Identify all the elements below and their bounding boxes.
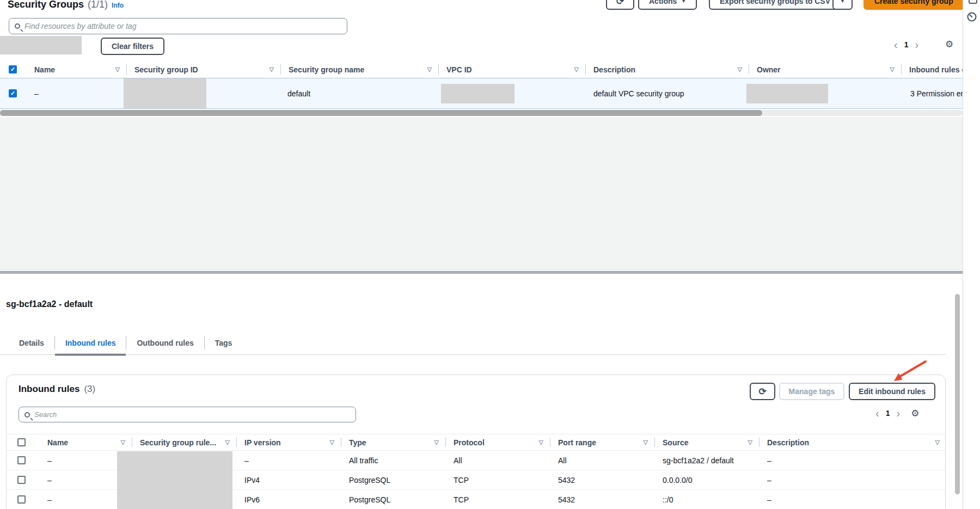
- right-side-toolbar: [963, 0, 980, 509]
- cell-type: PostgreSQL: [341, 490, 445, 509]
- column-header-protocol: Protocol ▽: [445, 434, 550, 450]
- caret-down-icon: ▼: [681, 0, 686, 4]
- page-number[interactable]: 1: [904, 40, 909, 49]
- export-csv-button[interactable]: Export security groups to CSV: [709, 0, 841, 10]
- actions-dropdown-button[interactable]: Actions ▼: [638, 0, 697, 10]
- search-icon: [24, 412, 30, 418]
- refresh-icon: ⟳: [758, 387, 766, 396]
- security-groups-table-header: Name ▽ Security group ID ▽ Security grou…: [0, 61, 963, 78]
- column-header-owner: Owner ▽: [749, 61, 901, 78]
- next-page-button[interactable]: ›: [915, 39, 918, 50]
- inbound-rules-title: Inbound rules: [19, 384, 79, 395]
- sort-icon[interactable]: ▽: [427, 66, 432, 73]
- select-all-checkbox[interactable]: [9, 65, 17, 73]
- page-header: Security Groups (1/1) Info: [8, 0, 124, 10]
- manage-tags-button[interactable]: Manage tags: [779, 383, 844, 400]
- sort-icon[interactable]: ▽: [270, 66, 274, 73]
- status-circle-icon[interactable]: [966, 11, 977, 22]
- row-checkbox[interactable]: [17, 476, 26, 484]
- cell-port-range: 5432: [550, 490, 654, 509]
- redacted-filter-token: [0, 36, 82, 54]
- inbound-rules-table-header: Name ▽ Security group rule... ▽ IP versi…: [7, 434, 946, 451]
- sort-icon[interactable]: ▽: [935, 439, 940, 446]
- column-header-security-group-id: Security group ID ▽: [126, 61, 280, 78]
- cell-source: 0.0.0.0/0: [654, 470, 759, 489]
- tab-tags[interactable]: Tags: [205, 330, 243, 355]
- column-header-source: Source ▽: [654, 434, 759, 450]
- tab-inbound-rules[interactable]: Inbound rules: [55, 330, 126, 355]
- create-security-group-button[interactable]: Create security group: [863, 0, 963, 10]
- sort-icon[interactable]: ▽: [644, 439, 648, 446]
- page-number[interactable]: 1: [886, 409, 890, 418]
- column-header-description: Description ▽: [585, 61, 749, 78]
- column-header-name: Name ▽: [26, 61, 126, 78]
- sort-icon[interactable]: ▽: [121, 439, 125, 446]
- info-link[interactable]: Info: [112, 2, 124, 9]
- sort-icon[interactable]: ▽: [738, 66, 742, 73]
- refresh-button[interactable]: ⟳: [606, 0, 634, 10]
- cell-owner: [749, 78, 901, 108]
- sort-icon[interactable]: ▽: [434, 439, 439, 446]
- cell-port-range: 5432: [550, 470, 654, 489]
- row-checkbox[interactable]: [9, 89, 17, 97]
- clear-filters-button[interactable]: Clear filters: [101, 38, 164, 55]
- cell-ip-version: IPv4: [236, 470, 341, 489]
- inbound-refresh-button[interactable]: ⟳: [750, 383, 775, 400]
- column-header-description: Description ▽: [759, 434, 946, 450]
- security-group-row[interactable]: – default default VPC security group 3 P…: [0, 78, 963, 109]
- inbound-pagination: ‹ 1 › ⚙: [875, 408, 919, 419]
- cell-ip-version: –: [236, 451, 341, 470]
- redacted-owner: [746, 84, 828, 103]
- tab-details[interactable]: Details: [9, 330, 54, 355]
- aws-ec2-security-groups-page: Security Groups (1/1) Info Clear filters…: [0, 0, 980, 509]
- sort-icon[interactable]: ▽: [748, 439, 752, 446]
- column-header-type: Type ▽: [341, 434, 445, 450]
- export-csv-caret-button[interactable]: ▼: [832, 0, 853, 10]
- tabs-bottom-border: [0, 354, 946, 355]
- cell-source: ::/0: [654, 490, 759, 509]
- sort-icon[interactable]: ▽: [225, 439, 230, 446]
- cell-description: –: [759, 490, 946, 509]
- resource-filter-box: [9, 18, 347, 34]
- redacted-vpc-id: [441, 84, 514, 103]
- horizontal-scrollbar-thumb[interactable]: [0, 110, 762, 116]
- cell-security-group-id: [126, 78, 280, 108]
- cell-type: PostgreSQL: [341, 470, 445, 489]
- sort-icon[interactable]: ▽: [574, 66, 579, 73]
- cell-type: All traffic: [341, 451, 445, 470]
- cell-protocol: TCP: [445, 470, 550, 489]
- column-header-security-group-rule: Security group rule... ▽: [132, 434, 236, 450]
- next-page-button[interactable]: ›: [896, 408, 900, 419]
- caret-down-icon: ▼: [840, 0, 845, 4]
- row-checkbox[interactable]: [17, 456, 26, 464]
- inbound-rules-count: (3): [84, 384, 95, 395]
- tab-outbound-rules[interactable]: Outbound rules: [126, 330, 204, 355]
- row-checkbox[interactable]: [17, 495, 26, 504]
- inbound-search-input[interactable]: [34, 410, 350, 419]
- inbound-preferences-gear-icon[interactable]: ⚙: [911, 409, 919, 418]
- column-header-security-group-name: Security group name ▽: [280, 61, 438, 78]
- sort-icon[interactable]: ▽: [115, 66, 120, 73]
- cell-ip-version: IPv6: [236, 490, 341, 509]
- column-header-inbound-rules: Inbound rules c: [901, 61, 963, 78]
- sort-icon[interactable]: ▽: [330, 439, 334, 446]
- refresh-icon: ⟳: [616, 0, 624, 6]
- search-icon: [15, 23, 20, 29]
- redacted-security-group-id: [124, 78, 206, 108]
- sort-icon[interactable]: ▽: [539, 439, 543, 446]
- cell-protocol: TCP: [445, 490, 550, 509]
- select-all-checkbox[interactable]: [17, 438, 26, 446]
- sort-icon[interactable]: ▽: [890, 66, 895, 73]
- edit-inbound-rules-button[interactable]: Edit inbound rules: [849, 383, 935, 400]
- page-title: Security Groups: [8, 0, 84, 10]
- previous-page-button[interactable]: ‹: [875, 408, 879, 419]
- side-panel-icon[interactable]: [969, 0, 977, 4]
- vertical-scrollbar-thumb[interactable]: [955, 294, 960, 494]
- previous-page-button[interactable]: ‹: [894, 39, 898, 50]
- redacted-security-group-rule-ids: [117, 451, 232, 509]
- list-pane-background: [0, 117, 963, 271]
- resource-filter-input[interactable]: [24, 22, 341, 30]
- security-groups-list-pane: Security Groups (1/1) Info Clear filters…: [0, 0, 963, 274]
- list-preferences-gear-icon[interactable]: ⚙: [945, 40, 953, 49]
- column-header-name: Name ▽: [39, 434, 132, 450]
